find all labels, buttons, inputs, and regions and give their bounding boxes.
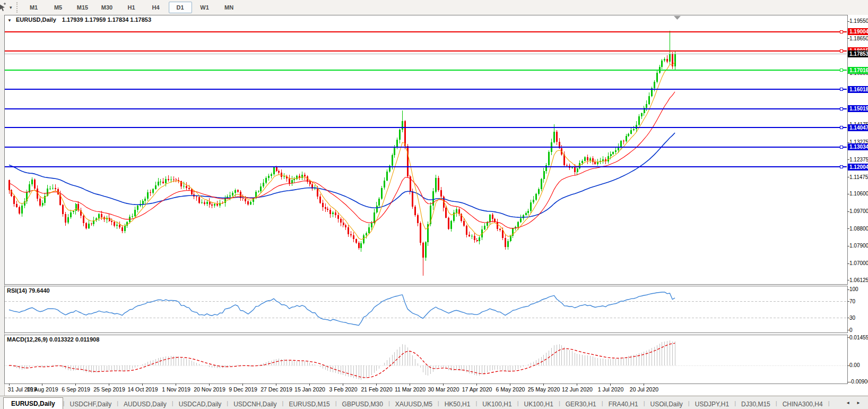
chart-shift-marker-icon [674,16,681,20]
macd-panel-title: MACD(12,26,9) 0.013322 0.011908 [7,336,99,343]
chart-tab-usoil-daily[interactable]: USOil,Daily [645,399,688,409]
chart-tab-eurusd-daily[interactable]: EURUSD,Daily [3,397,63,409]
chart-tab-eurusd-m15[interactable]: EURUSD,M15 [283,399,335,409]
rsi-scale-label: 30 [849,315,855,321]
chart-tab-dj30-m15[interactable]: DJ30,M15 [736,399,776,409]
level-price-label[interactable]: 1.13034 [848,143,868,150]
rsi-scale-label: 100 [849,286,858,292]
date-tick-label: 20 Jul 2020 [623,386,665,393]
price-tick-label: 1.08800 [849,226,868,232]
chart-tab-fra40-h1[interactable]: FRA40,H1 [603,399,644,409]
chart-symbol-label: EURUSD,Daily [16,16,56,23]
chart-tab-gbpusd-m30[interactable]: GBPUSD,M30 [337,399,388,409]
chart-tab-ger30-h1[interactable]: GER30,H1 [560,399,602,409]
chart-tab-uk100-h1[interactable]: UK100,H1 [477,399,517,409]
price-tick-label: 1.12375 [849,157,868,163]
price-tick-label: 1.11475 [849,174,868,180]
level-price-label[interactable]: 1.12004 [848,164,868,171]
mt4-window: ▾ M1M5M15M30H1H4D1W1MN ▼ EURUSD,Daily 1.… [0,0,868,409]
chart-tab-usdcad-daily[interactable]: USDCAD,Daily [173,399,227,409]
level-price-label[interactable]: 1.15019 [848,105,868,112]
chart-tab-bar: EURUSD,Daily|USDCHF,Daily|AUDUSD,Daily|U… [0,396,868,409]
macd-scale-label: 0.00 [849,362,860,368]
chart-tab-audusd-daily[interactable]: AUDUSD,Daily [118,399,172,409]
price-tick-label: 1.06125 [849,277,868,283]
chart-tab-usdchf-daily[interactable]: USDCHF,Daily [65,399,117,409]
rsi-scale-label: 0 [849,327,853,333]
price-chart-canvas[interactable] [0,0,868,409]
chart-tab-uk100-h1[interactable]: UK100,H1 [519,399,559,409]
macd-scale-label: -0.00900 [849,379,868,385]
chart-collapse-arrow-icon[interactable]: ▼ [7,18,12,23]
current-price-label: 1.17853 [848,50,868,57]
price-tick-label: 1.07000 [849,260,868,266]
level-price-label[interactable]: 1.14047 [848,124,868,131]
macd-scale-label: 0.014556 [849,335,868,340]
chart-title: ▼ EURUSD,Daily 1.17939 1.17959 1.17834 1… [7,16,151,23]
price-tick-label: 1.19550 [849,18,868,24]
chart-ohlc-quotes: 1.17939 1.17959 1.17834 1.17853 [62,16,151,23]
price-tick-label: 1.09700 [849,208,868,214]
chart-tab-xauusd-m5[interactable]: XAUUSD,M5 [390,399,438,409]
chart-tab-usdcnh-daily[interactable]: USDCNH,Daily [228,399,282,409]
level-price-label[interactable]: 1.17016 [848,67,868,74]
tabs-scroll-left-icon[interactable]: ◄ [846,401,850,405]
chart-tab-china300-h4[interactable]: CHINA300,H4 [777,399,828,409]
tab-separator: | [828,400,830,406]
price-tick-label: 1.07900 [849,243,868,249]
tabs-scroll-right-icon[interactable]: ► [856,401,861,405]
rsi-panel-title: RSI(14) 79.6440 [7,287,50,294]
level-price-label[interactable]: 1.16018 [848,86,868,93]
price-tick-label: 1.10600 [849,191,868,197]
price-tick-label: 1.18650 [849,36,868,41]
rsi-scale-label: 70 [849,299,855,304]
chart-tab-hk50-h1[interactable]: HK50,H1 [439,399,476,409]
chart-tab-usdjpy-h1[interactable]: USDJPY,H1 [690,399,734,409]
level-price-label[interactable]: 1.19004 [848,28,868,35]
